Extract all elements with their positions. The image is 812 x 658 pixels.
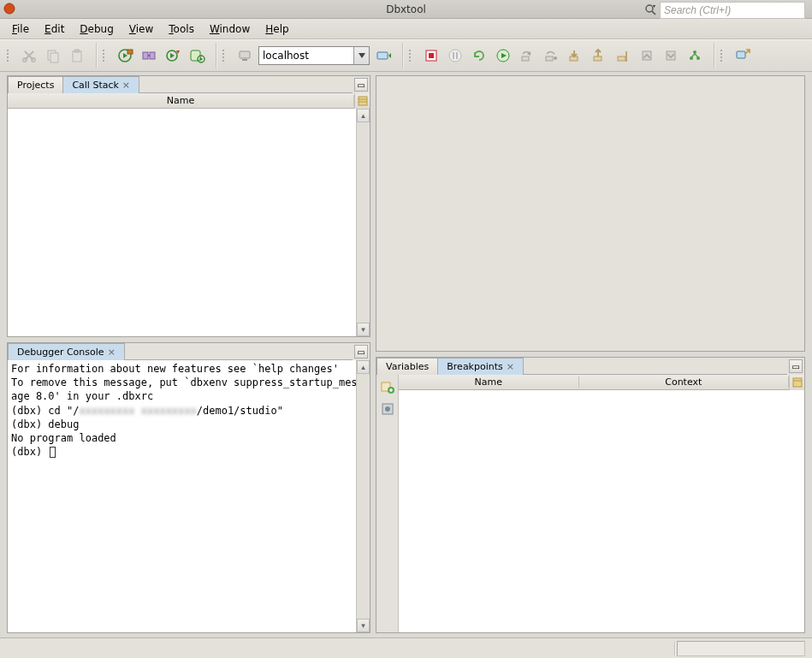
scrollbar[interactable]: ▴ ▾ <box>356 109 370 336</box>
make-callee-current-button[interactable] <box>661 45 681 66</box>
menu-tools[interactable]: Tools <box>162 21 201 38</box>
breakpoints-table[interactable]: Name Context <box>399 375 804 632</box>
run-to-cursor-button[interactable] <box>613 45 633 66</box>
debug-project-button[interactable] <box>115 45 135 66</box>
svg-rect-7 <box>73 51 81 62</box>
debugger-console-panel: Debugger Console× ▭ For information abou… <box>7 342 370 633</box>
toolbar-grip-3[interactable] <box>221 44 228 68</box>
debug-exe-button[interactable] <box>163 45 183 66</box>
window-title: Dbxtool <box>386 3 426 15</box>
manage-breakpoints-button[interactable] <box>379 400 396 418</box>
callstack-body[interactable] <box>8 109 370 336</box>
debug-group-1 <box>110 45 212 66</box>
scroll-up-icon[interactable]: ▴ <box>357 109 370 122</box>
restart-button[interactable] <box>469 45 489 66</box>
svg-point-22 <box>449 50 461 62</box>
panel-minimize-button[interactable]: ▭ <box>354 78 368 92</box>
menu-edit[interactable]: Edit <box>38 21 71 38</box>
threads-button[interactable] <box>685 45 705 66</box>
toolbar-grip-5[interactable] <box>719 44 726 68</box>
svg-rect-15 <box>191 50 200 61</box>
panel-minimize-button[interactable]: ▭ <box>354 345 368 359</box>
paste-button[interactable] <box>67 45 87 66</box>
pause-button[interactable] <box>445 45 465 66</box>
svg-rect-30 <box>594 56 602 61</box>
copy-button[interactable] <box>43 45 63 66</box>
bp-context-header[interactable]: Context <box>579 376 789 388</box>
tab-variables[interactable]: Variables <box>376 358 438 375</box>
close-icon[interactable]: × <box>108 347 116 358</box>
scroll-down-icon[interactable]: ▾ <box>357 323 370 336</box>
stop-button[interactable] <box>421 45 442 66</box>
toolbar: localhost <box>0 39 812 72</box>
close-icon[interactable]: × <box>122 80 130 91</box>
search-icon[interactable] <box>643 2 660 19</box>
add-breakpoint-button[interactable] <box>379 378 396 395</box>
bp-name-header[interactable]: Name <box>399 376 579 388</box>
console-output[interactable]: For information about new features see `… <box>8 360 370 632</box>
svg-point-35 <box>693 50 696 54</box>
cut-button[interactable] <box>19 45 39 66</box>
svg-rect-8 <box>74 50 80 52</box>
tab-debugger-console-label: Debugger Console <box>17 347 104 358</box>
tab-variables-label: Variables <box>386 361 429 372</box>
tab-callstack[interactable]: Call Stack× <box>62 76 139 93</box>
make-caller-current-button[interactable] <box>637 45 657 66</box>
svg-point-0 <box>4 3 15 14</box>
menu-file[interactable]: File <box>5 21 36 38</box>
svg-rect-40 <box>359 97 367 105</box>
callstack-panel: Projects Call Stack× ▭ Name ▴ ▾ <box>7 75 370 337</box>
host-icon-button[interactable] <box>234 45 255 66</box>
edit-group <box>14 45 92 66</box>
host-combo[interactable]: localhost <box>258 46 370 65</box>
toolbar-grip-4[interactable] <box>407 44 414 68</box>
toolbar-grip[interactable] <box>5 44 12 68</box>
breakpoints-header: Name Context <box>399 375 804 390</box>
scroll-down-icon[interactable]: ▾ <box>357 619 370 632</box>
svg-rect-12 <box>150 52 155 59</box>
toolbar-grip-2[interactable] <box>101 44 108 68</box>
svg-rect-19 <box>377 52 388 59</box>
menu-help[interactable]: Help <box>258 21 295 38</box>
svg-rect-38 <box>737 51 745 58</box>
tab-projects[interactable]: Projects <box>8 76 63 93</box>
svg-point-1 <box>646 5 653 12</box>
step-out-button[interactable] <box>589 45 609 66</box>
search-input[interactable] <box>660 2 805 19</box>
host-group: localhost <box>229 45 399 66</box>
svg-rect-24 <box>456 52 458 59</box>
editor-area[interactable] <box>376 75 805 352</box>
attach-button[interactable] <box>139 45 159 66</box>
svg-point-48 <box>385 406 390 412</box>
svg-rect-6 <box>50 53 58 62</box>
continue-button[interactable] <box>493 45 513 66</box>
close-icon[interactable]: × <box>507 361 514 372</box>
statusbar-well <box>677 641 805 656</box>
debug-core-button[interactable] <box>187 45 207 66</box>
menu-debug[interactable]: Debug <box>73 21 120 38</box>
run-group <box>416 45 710 66</box>
svg-rect-21 <box>429 53 434 58</box>
tab-breakpoints[interactable]: Breakpoints× <box>437 358 524 375</box>
tab-projects-label: Projects <box>17 80 54 91</box>
menu-window[interactable]: Window <box>203 21 257 38</box>
host-connect-button[interactable] <box>373 45 394 66</box>
scroll-up-icon[interactable]: ▴ <box>357 360 370 374</box>
tab-debugger-console[interactable]: Debugger Console× <box>8 343 125 360</box>
tab-breakpoints-label: Breakpoints <box>447 361 503 372</box>
statusbar-divider <box>674 642 675 655</box>
step-over-expr-button[interactable] <box>541 45 561 66</box>
app-icon <box>3 3 15 15</box>
callstack-name-header[interactable]: Name <box>8 95 354 106</box>
menu-view[interactable]: View <box>122 21 160 38</box>
step-over-button[interactable] <box>517 45 537 66</box>
detach-button[interactable] <box>732 45 753 66</box>
svg-rect-31 <box>618 56 625 61</box>
column-chooser-button[interactable] <box>789 375 804 390</box>
panel-minimize-button[interactable]: ▭ <box>789 359 803 373</box>
column-chooser-button[interactable] <box>354 93 370 109</box>
combo-arrow-icon[interactable] <box>353 47 369 64</box>
svg-rect-26 <box>522 56 529 61</box>
step-into-button[interactable] <box>565 45 585 66</box>
scrollbar[interactable]: ▴ ▾ <box>356 360 370 632</box>
